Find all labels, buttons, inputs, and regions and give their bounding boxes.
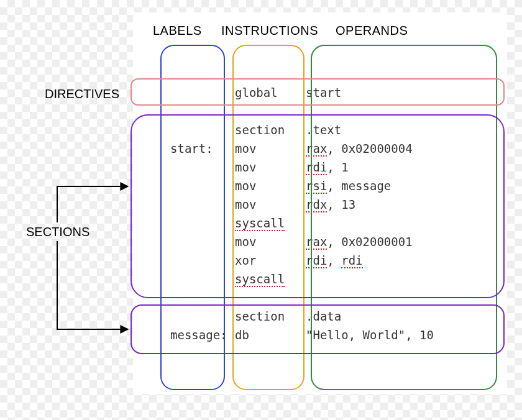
- header-instructions: INSTRUCTIONS: [221, 24, 318, 38]
- section-text-box: [130, 114, 505, 298]
- header-labels: LABELS: [153, 24, 202, 38]
- label-directives: DIRECTIVES: [45, 87, 119, 101]
- header-operands: OPERANDS: [336, 24, 408, 38]
- label-sections: SECTIONS: [26, 225, 89, 239]
- section-data-box: [130, 304, 505, 354]
- directives-row-box: [130, 78, 505, 106]
